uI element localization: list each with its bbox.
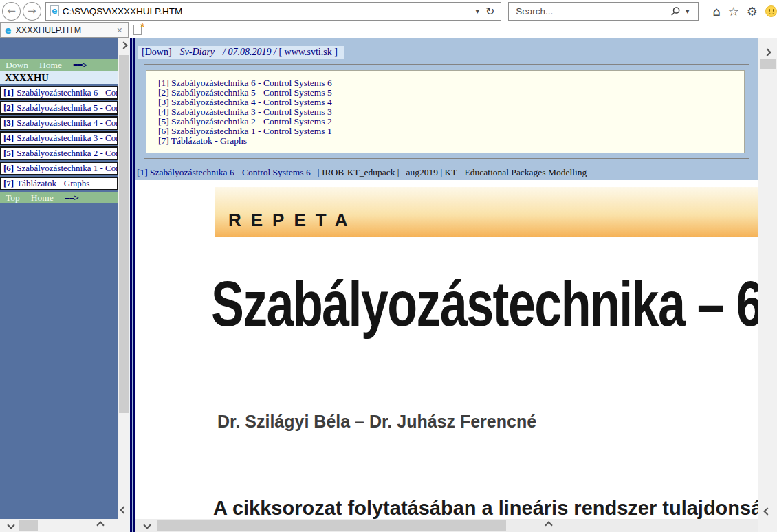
content-frame: [Down]Sv-Diary/ 07.08.2019 / [ www.svti.…	[135, 38, 777, 532]
status-text: | IROB-KT_edupack | aug2019 | KT - Educa…	[311, 167, 587, 177]
index-link-2[interactable]: [2] Szabályozástechnika 5 - Control Syst…	[158, 88, 738, 98]
home-icon[interactable]: ⌂	[712, 4, 720, 19]
new-tab-icon	[133, 25, 142, 35]
page-header: [Down]Sv-Diary/ 07.08.2019 / [ www.svti.…	[138, 46, 344, 59]
toolbar-icons: ⌂ ☆ ⚙	[712, 4, 777, 19]
sidebar-item-6[interactable]: [6] Szabályozástechnika 1 - Control Syst…	[0, 162, 118, 175]
back-arrow-icon: ←	[7, 5, 16, 17]
index-link-box: [1] Szabályozástechnika 6 - Control Syst…	[146, 70, 745, 153]
scroll-down-icon[interactable]	[120, 506, 127, 513]
article-section: REPETA Szabályozástechnika – 6. Dr. Szil…	[135, 180, 758, 519]
feedback-smiley-icon[interactable]	[765, 5, 777, 17]
item-number: [5]	[3, 148, 14, 159]
article-lead: A cikksorozat folytatásában a lineáris r…	[213, 497, 758, 519]
item-number: [4]	[3, 133, 14, 144]
content-viewport: [Down]Sv-Diary/ 07.08.2019 / [ www.svti.…	[135, 38, 758, 519]
nav-home-link[interactable]: Home	[39, 60, 62, 71]
nav-arrow[interactable]: ==>	[65, 192, 78, 203]
frame-divider[interactable]	[129, 38, 135, 532]
sidebar-item-2[interactable]: [2] Szabályozástechnika 5 - Control Syst…	[0, 101, 118, 115]
tab-bar: e XXXXHULP.HTM ×	[0, 22, 777, 38]
main-horizontal-scrollbar[interactable]	[135, 519, 758, 532]
sidebar-top-spacer	[0, 38, 118, 59]
item-label: Táblázatok - Graphs	[17, 178, 89, 189]
status-line: [1] Szabályozástechnika 6 - Control Syst…	[137, 167, 758, 178]
sidebar-title: XXXXHU	[0, 71, 118, 84]
search-box[interactable]: ▾	[508, 2, 699, 21]
site-link[interactable]: [ www.svti.sk ]	[278, 47, 337, 57]
item-number: [7]	[3, 178, 14, 189]
index-link-1[interactable]: [1] Szabályozástechnika 6 - Control Syst…	[158, 78, 738, 88]
item-label: Szabályozástechnika 6 - Control Systems …	[17, 87, 118, 98]
nav-bar-top[interactable]: Down Home ==>	[0, 59, 118, 71]
horizontal-rule	[144, 158, 749, 159]
ie-logo-icon: e	[52, 7, 57, 15]
index-link-7[interactable]: [7] Táblázatok - Graphs	[158, 136, 738, 146]
address-bar[interactable]: e ▾ ↻	[45, 2, 501, 21]
item-label: Szabályozástechnika 5 - Control Systems …	[17, 102, 118, 113]
refresh-icon[interactable]: ↻	[485, 5, 494, 18]
sidebar-item-3[interactable]: [3] Szabályozástechnika 4 - Control Syst…	[0, 116, 118, 130]
scroll-right-icon[interactable]	[545, 521, 552, 529]
index-link-5[interactable]: [5] Szabályozástechnika 2 - Control Syst…	[158, 117, 738, 126]
scroll-down-icon[interactable]	[763, 507, 771, 515]
item-number: [1]	[3, 87, 14, 98]
tab-close-icon[interactable]: ×	[116, 25, 124, 36]
scrollbar-thumb[interactable]	[19, 520, 38, 531]
nav-arrow[interactable]: ==>	[73, 60, 87, 71]
index-section: [Down]Sv-Diary/ 07.08.2019 / [ www.svti.…	[135, 38, 758, 180]
item-label: Szabályozástechnika 4 - Control Systems …	[17, 118, 118, 129]
sidebar-item-5[interactable]: [5] Szabályozástechnika 2 - Control Syst…	[0, 146, 118, 160]
page-frameset: Down Home ==> XXXXHU [1] Szabályozástech…	[0, 38, 777, 532]
index-link-4[interactable]: [4] Szabályozástechnika 3 - Control Syst…	[158, 107, 738, 117]
scroll-up-icon[interactable]	[763, 48, 771, 56]
new-tab-button[interactable]	[129, 22, 146, 38]
search-dropdown-icon[interactable]: ▾	[686, 8, 689, 15]
favorites-star-icon[interactable]: ☆	[728, 4, 739, 19]
scroll-left-icon[interactable]	[7, 521, 14, 529]
item-label: Szabályozástechnika 2 - Control Systems …	[17, 148, 118, 159]
scroll-left-icon[interactable]	[143, 521, 151, 529]
sidebar-item-1[interactable]: [1] Szabályozástechnika 6 - Control Syst…	[0, 86, 118, 100]
forward-button[interactable]: →	[23, 2, 41, 21]
down-link[interactable]: [Down]	[142, 47, 172, 57]
article-authors: Dr. Szilágyi Béla – Dr. Juhász Ferencné	[217, 412, 758, 432]
nav-down-link[interactable]: Down	[6, 60, 28, 71]
back-button[interactable]: ←	[2, 2, 21, 21]
menu-content: Down Home ==> XXXXHU [1] Szabályozástech…	[0, 38, 118, 203]
sidebar-item-7[interactable]: [7] Táblázatok - Graphs	[0, 177, 118, 190]
menu-frame: Down Home ==> XXXXHU [1] Szabályozástech…	[0, 38, 129, 532]
tab-title: XXXXHULP.HTM	[16, 25, 116, 35]
item-label: Szabályozástechnika 3 - Control Systems …	[17, 133, 118, 144]
nav-home-link[interactable]: Home	[31, 192, 54, 203]
address-input[interactable]	[63, 6, 471, 16]
scroll-right-icon[interactable]	[96, 521, 104, 529]
scrollbar-thumb[interactable]	[157, 520, 506, 531]
scroll-up-icon[interactable]	[120, 41, 127, 49]
scrollbar-thumb[interactable]	[119, 55, 129, 413]
item-number: [2]	[3, 102, 14, 113]
search-input[interactable]	[516, 6, 670, 16]
browser-toolbar: ← → e ▾ ↻ ▾ ⌂ ☆ ⚙	[0, 0, 777, 22]
nav-top-link[interactable]: Top	[6, 192, 20, 203]
main-vertical-scrollbar[interactable]	[758, 38, 777, 532]
tab-xxxxhulp[interactable]: e XXXXHULP.HTM ×	[0, 22, 129, 38]
status-link[interactable]: [1] Szabályozástechnika 6 - Control Syst…	[137, 167, 311, 177]
item-number: [6]	[3, 163, 14, 174]
scrollbar-thumb[interactable]	[760, 59, 776, 69]
sidebar-vertical-scrollbar[interactable]	[118, 38, 129, 519]
search-icon[interactable]	[670, 6, 681, 16]
forward-arrow-icon: →	[28, 5, 36, 17]
diary-link[interactable]: Sv-Diary	[180, 47, 215, 57]
nav-bar-bottom[interactable]: Top Home ==>	[0, 192, 118, 203]
page-favicon: e	[50, 5, 59, 16]
address-dropdown-icon[interactable]: ▾	[476, 8, 479, 15]
tab-favicon-icon: e	[5, 25, 12, 35]
index-link-3[interactable]: [3] Szabályozástechnika 4 - Control Syst…	[158, 98, 738, 107]
settings-gear-icon[interactable]: ⚙	[747, 4, 758, 19]
header-date: / 07.08.2019 /	[223, 47, 276, 57]
index-link-6[interactable]: [6] Szabályozástechnika 1 - Control Syst…	[158, 126, 738, 136]
sidebar-item-4[interactable]: [4] Szabályozástechnika 3 - Control Syst…	[0, 131, 118, 145]
sidebar-horizontal-scrollbar[interactable]	[0, 519, 129, 532]
horizontal-rule	[144, 64, 749, 65]
